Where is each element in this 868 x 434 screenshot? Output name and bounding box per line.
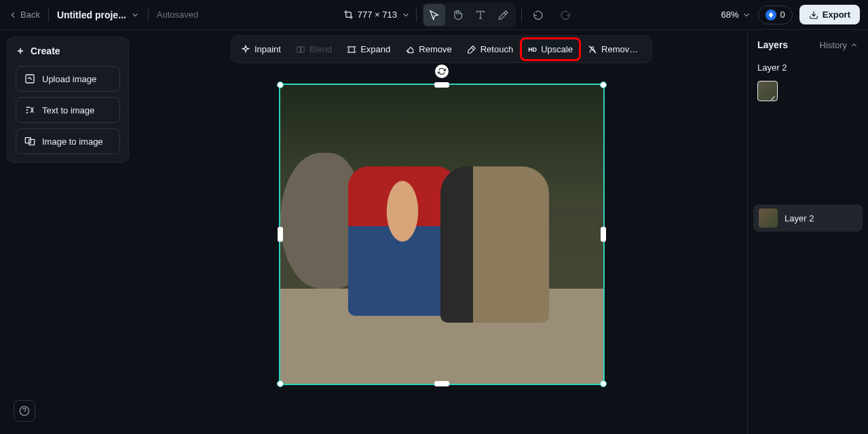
- retouch-icon: [467, 45, 476, 54]
- resize-handle-top-right[interactable]: [600, 82, 607, 88]
- project-name-dropdown[interactable]: Untitled proje...: [57, 10, 140, 20]
- crop-icon: [343, 10, 354, 20]
- eyedropper-icon: [498, 10, 509, 20]
- layer-item[interactable]: Layer 2: [753, 204, 863, 232]
- divider: [148, 8, 149, 22]
- expand-button[interactable]: Expand: [340, 39, 397, 60]
- blend-button: Blend: [289, 39, 339, 60]
- chevron-left-icon: [8, 10, 18, 20]
- text-icon: [475, 10, 486, 20]
- remove-background-button[interactable]: Remove back...: [581, 39, 649, 60]
- topbar-center: 777 × 713: [343, 3, 576, 27]
- credits-count: 0: [780, 10, 785, 20]
- resize-handle-bottom-left[interactable]: [277, 380, 284, 387]
- resize-handle-bottom[interactable]: [434, 381, 449, 386]
- layers-title: Layers: [757, 39, 788, 50]
- image-to-image-label: Image to image: [42, 137, 103, 147]
- create-panel: Create Upload image Text to image Image …: [7, 37, 129, 163]
- credits-icon: [766, 10, 776, 20]
- right-panel: Layers History Layer 2 Layer 2: [747, 30, 868, 434]
- refresh-icon: [438, 67, 446, 75]
- expand-icon: [347, 45, 356, 54]
- chevron-down-icon: [742, 10, 751, 20]
- topbar-left: Back Untitled proje... Autosaved: [8, 8, 198, 22]
- svg-rect-1: [25, 138, 31, 143]
- resize-handle-top[interactable]: [434, 82, 449, 88]
- tool-mode-group: [422, 3, 516, 27]
- undo-button[interactable]: [527, 4, 549, 26]
- image-region: [440, 166, 549, 323]
- upscale-button[interactable]: HD Upscale: [521, 39, 580, 60]
- divider: [521, 8, 522, 22]
- hand-tool[interactable]: [447, 4, 468, 26]
- redo-icon: [560, 10, 571, 20]
- resize-handle-bottom-right[interactable]: [600, 380, 607, 387]
- help-button[interactable]: [14, 400, 35, 422]
- inpaint-button[interactable]: Inpaint: [234, 39, 288, 60]
- resize-handle-top-left[interactable]: [277, 82, 284, 88]
- layer-thumbnails: [748, 78, 868, 111]
- chevron-down-icon: [401, 10, 411, 20]
- layer-list: Layer 2: [748, 199, 868, 237]
- topbar-right: 68% 0 Export: [721, 5, 860, 24]
- redo-button[interactable]: [554, 4, 576, 26]
- remove-bg-icon: [588, 45, 597, 54]
- export-button[interactable]: Export: [799, 5, 860, 24]
- help-icon: [19, 405, 30, 416]
- canvas-size-text: 777 × 713: [358, 10, 397, 20]
- canvas-area: Inpaint Blend Expand Remove: [136, 30, 747, 434]
- upload-image-button[interactable]: Upload image: [16, 66, 120, 92]
- topbar: Back Untitled proje... Autosaved 777 × 7…: [0, 0, 868, 30]
- download-icon: [809, 10, 818, 20]
- plus-icon: [16, 46, 25, 56]
- autosave-status: Autosaved: [157, 10, 198, 20]
- divider: [48, 8, 49, 22]
- canvas-size-dropdown[interactable]: 777 × 713: [343, 10, 411, 20]
- chevron-down-icon: [130, 10, 140, 20]
- current-layer-label: Layer 2: [748, 57, 868, 78]
- hd-icon: HD: [528, 46, 537, 53]
- select-tool[interactable]: [423, 4, 445, 26]
- text-to-image-button[interactable]: Text to image: [16, 97, 120, 123]
- upscale-label: Upscale: [541, 44, 573, 54]
- eraser-icon: [405, 45, 415, 54]
- back-button[interactable]: Back: [8, 10, 40, 20]
- back-label: Back: [20, 10, 40, 20]
- retouch-label: Retouch: [480, 44, 513, 54]
- history-label: History: [820, 40, 847, 50]
- image-to-image-icon: [24, 136, 35, 147]
- zoom-text: 68%: [721, 10, 739, 20]
- remove-button[interactable]: Remove: [398, 39, 458, 60]
- retouch-button[interactable]: Retouch: [460, 39, 520, 60]
- inpaint-icon: [241, 45, 250, 54]
- contextual-toolbar: Inpaint Blend Expand Remove: [231, 35, 652, 63]
- text-to-image-icon: [24, 105, 35, 115]
- credits-button[interactable]: 0: [758, 5, 793, 24]
- undo-icon: [533, 10, 544, 20]
- remove-bg-label: Remove back...: [601, 44, 642, 54]
- create-header: Create: [16, 46, 120, 56]
- resize-handle-left[interactable]: [278, 227, 283, 242]
- divider: [416, 8, 417, 22]
- blend-label: Blend: [309, 44, 332, 54]
- canvas-image[interactable]: [280, 85, 603, 384]
- zoom-dropdown[interactable]: 68%: [721, 10, 751, 20]
- history-toggle[interactable]: History: [820, 40, 858, 50]
- svg-rect-2: [29, 139, 35, 145]
- layer-item-thumbnail: [759, 209, 778, 228]
- upload-image-label: Upload image: [42, 74, 96, 84]
- image-to-image-button[interactable]: Image to image: [16, 128, 120, 154]
- resize-handle-right[interactable]: [601, 227, 606, 242]
- regenerate-button[interactable]: [435, 65, 449, 78]
- layers-header: Layers History: [748, 30, 868, 57]
- color-picker-tool[interactable]: [493, 4, 514, 26]
- remove-label: Remove: [419, 44, 451, 54]
- layer-item-label: Layer 2: [785, 213, 814, 223]
- layer-thumbnail[interactable]: [757, 81, 778, 101]
- blend-icon: [296, 45, 305, 54]
- text-to-image-label: Text to image: [42, 105, 94, 115]
- canvas-wrap: [279, 84, 605, 385]
- canvas-selection[interactable]: [279, 84, 605, 385]
- inpaint-label: Inpaint: [254, 44, 281, 54]
- text-tool[interactable]: [470, 4, 491, 26]
